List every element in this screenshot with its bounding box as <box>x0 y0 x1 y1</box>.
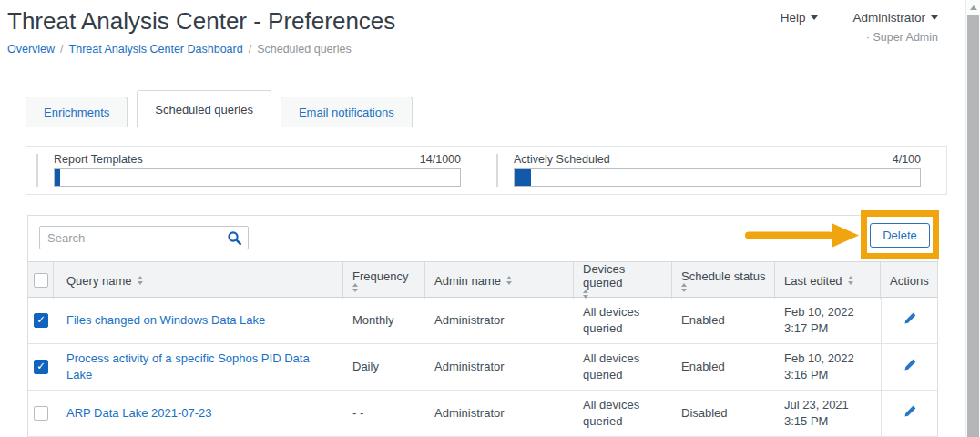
header-right: Help Administrator · Super Admin <box>781 11 938 44</box>
quota-bar <box>514 168 921 187</box>
column-label: Query name <box>66 274 132 288</box>
admin-name-cell-text: Administrator <box>434 359 505 375</box>
tab-bar: EnrichmentsScheduled queriesEmail notifi… <box>26 90 413 127</box>
quota-count: 14/1000 <box>420 153 461 166</box>
pencil-icon <box>903 311 917 330</box>
column-header-admin-name[interactable]: Admin name <box>425 262 574 299</box>
row-checkbox[interactable] <box>34 360 48 374</box>
query-name-cell: Process activity of a specific Sophos PI… <box>54 344 343 390</box>
last-edited-cell-text: Feb 10, 2022 3:17 PM <box>784 304 873 336</box>
edit-button[interactable] <box>881 344 937 390</box>
admin-name-cell: Administrator <box>425 391 574 436</box>
schedule-status-cell-text: Disabled <box>681 405 728 422</box>
frequency-cell-text: Monthly <box>352 312 394 329</box>
quota-header: Report Templates14/1000 <box>54 153 461 166</box>
triangle-up-icon <box>352 283 358 287</box>
highlight-box: Delete <box>861 210 939 259</box>
triangle-down-icon <box>138 281 143 285</box>
frequency-cell: Daily <box>343 344 425 390</box>
query-name-cell: ARP Data Lake 2021-07-23 <box>54 391 343 436</box>
quota-header: Actively Scheduled4/100 <box>514 153 921 166</box>
admin-name-cell-text: Administrator <box>434 312 505 329</box>
chevron-down-icon <box>811 15 818 20</box>
breadcrumb: Overview/Threat Analysis Center Dashboar… <box>7 43 352 56</box>
delete-button[interactable]: Delete <box>870 223 930 248</box>
tab-enrichments[interactable]: Enrichments <box>26 97 128 127</box>
quota-label: Report Templates <box>54 153 143 166</box>
user-block: Administrator · Super Admin <box>852 11 938 44</box>
page-title: Threat Analysis Center - Preferences <box>7 7 395 36</box>
frequency-cell: - - <box>343 391 425 436</box>
frequency-cell: Monthly <box>343 298 425 343</box>
tab-scheduled-queries[interactable]: Scheduled queries <box>137 90 271 127</box>
triangle-up-icon <box>970 5 977 10</box>
edit-button[interactable] <box>881 391 937 436</box>
row-checkbox[interactable] <box>34 313 48 328</box>
schedule-status-cell-text: Enabled <box>681 312 725 329</box>
last-edited-cell: Feb 10, 2022 3:17 PM <box>775 298 881 343</box>
devices-queried-cell: All devices queried <box>574 298 672 343</box>
devices-queried-cell-text: All devices queried <box>583 397 665 429</box>
quota-card: Report Templates14/1000Actively Schedule… <box>26 146 947 195</box>
user-role: · Super Admin <box>852 31 938 44</box>
triangle-down-icon <box>506 281 512 285</box>
quota-fill <box>55 169 60 186</box>
scrollbar-thumb[interactable] <box>967 15 979 437</box>
admin-name-cell: Administrator <box>425 344 574 390</box>
scroll-up-button[interactable] <box>966 0 980 15</box>
breadcrumb-separator: / <box>60 43 63 56</box>
search-input[interactable] <box>39 226 249 249</box>
query-name-link[interactable]: Process activity of a specific Sophos PI… <box>66 351 336 382</box>
column-header-frequency[interactable]: Frequency <box>343 262 425 299</box>
quota-bar <box>54 168 461 187</box>
schedule-status-cell-text: Enabled <box>681 359 725 375</box>
triangle-down-icon <box>352 289 358 292</box>
triangle-up-icon <box>138 276 143 279</box>
help-menu[interactable]: Help <box>781 11 819 25</box>
column-label: Schedule status <box>681 269 766 283</box>
column-label: Actions <box>890 274 929 288</box>
column-label: Admin name <box>434 274 501 288</box>
row-checkbox-cell <box>28 298 54 343</box>
row-checkbox[interactable] <box>34 406 48 421</box>
select-all-checkbox[interactable] <box>34 273 48 288</box>
triangle-up-icon <box>583 290 588 293</box>
column-label: Frequency <box>352 269 408 283</box>
sort-icon <box>506 276 512 285</box>
schedule-status-cell: Enabled <box>672 344 775 390</box>
breadcrumb-item-overview[interactable]: Overview <box>7 43 55 56</box>
quota-count: 4/100 <box>893 153 921 166</box>
last-edited-cell: Feb 10, 2022 3:16 PM <box>775 344 881 390</box>
table-body: Files changed on Windows Data LakeMonthl… <box>28 298 937 437</box>
devices-queried-cell-text: All devices queried <box>583 351 665 382</box>
column-label: Devices queried <box>583 262 666 290</box>
table-header: Query nameFrequencyAdmin nameDevices que… <box>28 261 937 298</box>
column-header-last-edited[interactable]: Last edited <box>775 262 881 299</box>
query-name-cell: Files changed on Windows Data Lake <box>54 298 343 343</box>
column-header-query-name[interactable]: Query name <box>54 262 343 299</box>
frequency-cell-text: Daily <box>352 359 379 375</box>
edit-button[interactable] <box>881 298 937 343</box>
user-menu[interactable]: Administrator <box>852 11 938 25</box>
triangle-up-icon <box>848 276 853 279</box>
quota-fill <box>515 169 531 186</box>
table-row: Files changed on Windows Data LakeMonthl… <box>28 298 937 344</box>
devices-queried-cell-text: All devices queried <box>583 304 665 336</box>
row-checkbox-cell <box>28 391 54 436</box>
breadcrumb-item-threat-analysis-center-dashboard[interactable]: Threat Analysis Center Dashboard <box>69 43 243 56</box>
search-icon[interactable] <box>227 230 242 249</box>
column-header-devices-queried[interactable]: Devices queried <box>574 262 672 299</box>
query-name-link[interactable]: Files changed on Windows Data Lake <box>66 312 265 329</box>
admin-name-cell: Administrator <box>425 298 574 343</box>
column-header-schedule-status[interactable]: Schedule status <box>672 262 775 299</box>
table-row: ARP Data Lake 2021-07-23- -Administrator… <box>28 391 937 437</box>
table-row: Process activity of a specific Sophos PI… <box>28 344 937 391</box>
tab-email-notifications[interactable]: Email notifications <box>281 97 413 127</box>
admin-name-cell-text: Administrator <box>434 405 505 422</box>
scrollbar[interactable] <box>965 0 980 437</box>
frequency-cell-text: - - <box>352 405 363 422</box>
query-name-link[interactable]: ARP Data Lake 2021-07-23 <box>66 405 211 422</box>
annotation-arrow-icon <box>745 222 860 249</box>
triangle-up-icon <box>506 276 512 279</box>
pencil-icon <box>903 404 917 422</box>
